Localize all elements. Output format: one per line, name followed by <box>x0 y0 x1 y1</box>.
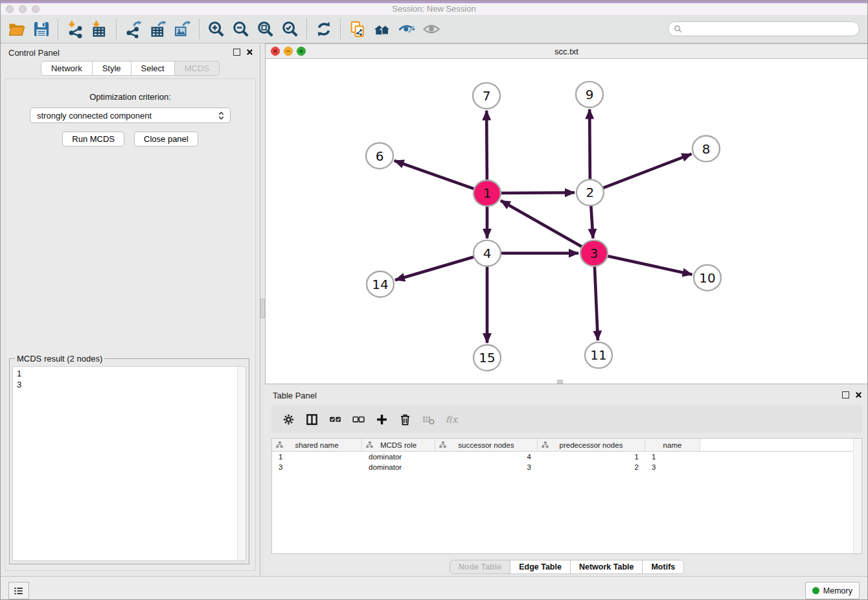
mcds-result-group: MCDS result (2 nodes) 1 3 <box>9 354 249 564</box>
graph-edge-4-14[interactable] <box>395 256 477 280</box>
delete-column-button[interactable] <box>393 408 417 430</box>
table-tab-motifs[interactable]: Motifs <box>642 560 684 574</box>
criterion-select[interactable]: strongly connected component <box>30 108 231 123</box>
table-settings-button[interactable] <box>277 408 300 430</box>
save-session-button[interactable] <box>29 17 54 41</box>
graph-node-7[interactable]: 7 <box>473 83 500 109</box>
tab-select[interactable]: Select <box>131 61 175 76</box>
graph-node-14[interactable]: 14 <box>367 271 394 297</box>
table-body: 1dominator4113dominator323 <box>272 452 862 472</box>
graph-node-11[interactable]: 11 <box>585 342 612 368</box>
graph-node-1[interactable]: 1 <box>474 180 501 206</box>
svg-text:1: 1 <box>483 185 492 201</box>
result-scrollbar[interactable] <box>237 367 246 560</box>
show-hidden-button[interactable] <box>419 17 444 41</box>
graph-node-8[interactable]: 8 <box>692 136 720 162</box>
optimization-criterion-label: Optimization criterion: <box>5 92 255 102</box>
zoom-fit-button[interactable] <box>253 17 278 41</box>
table-tab-node-table[interactable]: Node Table <box>450 560 510 574</box>
graph-node-10[interactable]: 10 <box>694 265 721 291</box>
tab-style[interactable]: Style <box>92 61 131 76</box>
cell-predecessor-nodes: 2 <box>538 463 645 471</box>
memory-button[interactable]: Memory <box>805 582 860 599</box>
search-field[interactable] <box>668 21 860 36</box>
column-header-shared-name[interactable]: shared name <box>272 439 362 451</box>
search-input[interactable] <box>685 24 859 34</box>
graph-node-4[interactable]: 4 <box>474 240 501 266</box>
table-tab-edge-table[interactable]: Edge Table <box>510 560 571 574</box>
close-table-panel-icon[interactable] <box>855 391 862 398</box>
zoom-in-icon <box>207 20 225 38</box>
graph-node-2[interactable]: 2 <box>577 179 604 205</box>
close-panel-icon[interactable] <box>246 49 253 56</box>
table-row[interactable]: 3dominator323 <box>272 462 862 472</box>
canvas-resize-handle[interactable] <box>557 380 563 384</box>
select-all-rows-button[interactable] <box>323 408 347 430</box>
graph-edge-1-7[interactable] <box>486 111 487 183</box>
home-view-icon <box>373 20 391 38</box>
network-window-titlebar[interactable]: scc.txt <box>266 44 867 59</box>
table-tab-network-table[interactable]: Network Table <box>570 560 643 574</box>
import-network-icon <box>66 20 84 38</box>
graph-node-6[interactable]: 6 <box>366 143 393 168</box>
column-header-name[interactable]: name <box>645 439 700 451</box>
toolbar-separator <box>199 19 200 39</box>
zoom-selected-button[interactable] <box>278 17 303 41</box>
split-view-button[interactable] <box>300 408 323 430</box>
run-mcds-button[interactable]: Run MCDS <box>62 132 124 146</box>
select-all-rows-icon <box>328 413 342 426</box>
float-table-panel-icon[interactable] <box>842 391 849 398</box>
mcds-result-text: 1 3 <box>17 368 234 559</box>
export-table-button[interactable] <box>146 17 170 41</box>
svg-text:15: 15 <box>479 350 495 365</box>
import-table-button[interactable] <box>87 17 112 41</box>
zoom-out-button[interactable] <box>229 17 253 41</box>
graph-edge-1-2[interactable] <box>498 192 575 193</box>
graph-edge-1-6[interactable] <box>394 161 477 190</box>
graph-edge-2-9[interactable] <box>589 110 590 183</box>
column-header-predecessor-nodes[interactable]: predecessor nodes <box>538 439 645 451</box>
network-canvas[interactable]: 7968124314101511 <box>266 58 867 384</box>
table-row[interactable]: 1dominator411 <box>272 452 862 462</box>
titlebar-accent-strip <box>1 1 867 3</box>
cell-predecessor-nodes: 1 <box>538 453 645 461</box>
save-session-icon <box>32 20 51 38</box>
tab-network[interactable]: Network <box>41 61 93 76</box>
toggle-visibility-icon <box>398 20 416 38</box>
window-titlebar: Session: New Session <box>1 1 867 16</box>
export-image-button[interactable] <box>170 17 195 41</box>
refresh-layout-button[interactable] <box>312 17 336 41</box>
graph-node-3[interactable]: 3 <box>580 240 608 266</box>
close-panel-button[interactable]: Close panel <box>134 132 198 146</box>
clone-network-button[interactable] <box>345 17 370 41</box>
table-scrollbar[interactable] <box>853 439 862 553</box>
graph-node-15[interactable]: 15 <box>474 345 501 371</box>
graph-edge-2-8[interactable] <box>600 154 692 189</box>
main-toolbar <box>1 15 867 43</box>
task-history-button[interactable] <box>8 582 29 599</box>
graph-node-9[interactable]: 9 <box>576 82 603 108</box>
float-panel-icon[interactable] <box>233 49 240 56</box>
graph-edge-2-3[interactable] <box>591 203 593 238</box>
tab-mcds[interactable]: MCDS <box>174 61 220 76</box>
graph-edge-3-1[interactable] <box>501 200 584 248</box>
graph-edge-3-10[interactable] <box>605 255 692 275</box>
export-network-button[interactable] <box>121 17 146 41</box>
vertical-splitter[interactable] <box>260 299 265 318</box>
column-header-successor-nodes[interactable]: successor nodes <box>435 439 538 451</box>
list-icon <box>12 584 25 597</box>
zoom-in-button[interactable] <box>204 17 229 41</box>
toggle-visibility-button[interactable] <box>394 17 419 41</box>
table-header: shared nameMCDS rolesuccessor nodesprede… <box>272 439 862 452</box>
import-network-button[interactable] <box>63 17 87 41</box>
column-header-mcds-role[interactable]: MCDS role <box>362 439 435 451</box>
node-table[interactable]: shared nameMCDS rolesuccessor nodesprede… <box>271 438 862 554</box>
graph-edge-3-11[interactable] <box>595 264 598 341</box>
open-session-button[interactable] <box>5 17 29 41</box>
add-column-button[interactable] <box>370 408 393 430</box>
home-view-button[interactable] <box>370 17 394 41</box>
show-hidden-icon <box>422 20 440 38</box>
svg-text:7: 7 <box>483 88 491 104</box>
deselect-all-rows-button[interactable] <box>347 408 370 430</box>
svg-text:14: 14 <box>372 277 388 292</box>
